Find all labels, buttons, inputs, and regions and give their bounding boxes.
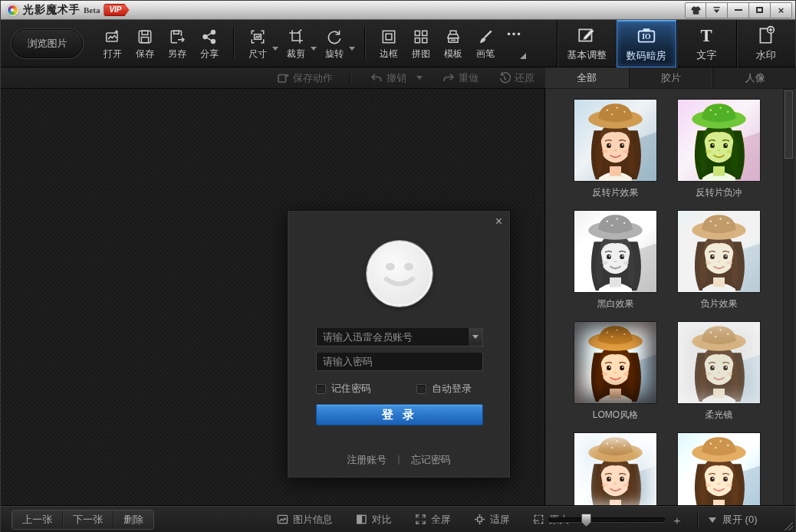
fit-screen-button[interactable]: 适屏	[474, 513, 510, 527]
toolbar-separator	[364, 28, 365, 60]
undo-button[interactable]: 撤销	[370, 71, 423, 85]
scrollbar-thumb[interactable]	[784, 90, 793, 159]
minimize-button[interactable]	[728, 2, 749, 18]
share-button[interactable]: 分享	[193, 27, 225, 61]
filter-preview-image[interactable]	[678, 211, 760, 292]
expand-button[interactable]: 展开 (0)	[709, 513, 758, 527]
crop-button[interactable]: 裁剪	[280, 27, 312, 61]
change-skin-button[interactable]	[685, 2, 706, 18]
mode-watermark[interactable]: 水印	[736, 20, 796, 67]
actions-row: 保存动作 撤销 重做 还原	[1, 67, 545, 89]
mode-text[interactable]: T 文字	[676, 20, 736, 67]
filter-thumb-negative[interactable]: 负片效果	[678, 211, 760, 310]
brush-button[interactable]: 画笔	[469, 27, 502, 61]
resize-grip-icon[interactable]	[784, 521, 793, 530]
tab-film[interactable]: 胶片	[630, 67, 714, 88]
filter-label: 反转片负冲	[678, 186, 760, 199]
filter-thumb-bw[interactable]: 黑白效果	[574, 211, 656, 310]
save-action-button[interactable]: 保存动作	[277, 71, 333, 85]
filter-label: 黑白效果	[574, 297, 656, 310]
filter-preview-image[interactable]	[574, 433, 656, 505]
zoom-slider-thumb[interactable]	[581, 514, 591, 527]
image-info-icon	[277, 514, 288, 525]
filter-preview-image[interactable]	[678, 322, 760, 403]
password-input[interactable]	[316, 352, 483, 371]
next-image-button[interactable]: 下一张	[63, 511, 113, 529]
dialog-close-button[interactable]: ×	[495, 215, 502, 228]
undo-dropdown-icon[interactable]	[416, 76, 423, 80]
toolbar-separator	[233, 28, 234, 60]
open-button[interactable]: 打开	[97, 27, 129, 61]
login-button[interactable]: 登 录	[316, 404, 483, 425]
minimize-icon	[735, 9, 742, 11]
resize-icon	[249, 28, 266, 45]
skin-menu-button[interactable]	[706, 2, 728, 18]
mode-darkroom[interactable]: IO 数码暗房	[617, 20, 677, 67]
expand-label: 展开 (0)	[722, 513, 758, 527]
svg-text:IO: IO	[642, 32, 651, 41]
close-window-button[interactable]: ×	[771, 2, 792, 18]
svg-text:T: T	[701, 26, 712, 45]
filter-preview-image[interactable]	[678, 100, 760, 181]
forgot-password-link[interactable]: 忘记密码	[411, 453, 451, 467]
account-input[interactable]	[316, 327, 483, 346]
template-button[interactable]: 模板	[437, 27, 469, 61]
undo-icon	[370, 72, 383, 84]
app-title: 光影魔术手	[23, 3, 81, 17]
filter-thumb-normal[interactable]: 反转片效果	[574, 100, 656, 199]
tab-portrait[interactable]: 人像	[713, 67, 796, 88]
image-canvas: × 记住密码 自动登录 登 录	[1, 89, 545, 505]
save-as-button[interactable]: 另存	[161, 27, 193, 61]
save-icon	[137, 28, 153, 45]
collapse-menu-icon	[712, 5, 722, 15]
image-info-button[interactable]: 图片信息	[277, 513, 333, 527]
border-button[interactable]: 边框	[373, 27, 405, 61]
resize-button[interactable]: 尺寸	[242, 27, 274, 61]
app-window: 光影魔术手 Beta VIP × 浏览图片 打开 保存	[0, 0, 796, 532]
remember-password-checkbox[interactable]: 记住密码	[316, 382, 371, 396]
maximize-button[interactable]	[749, 2, 771, 18]
zoom-slider[interactable]	[548, 517, 665, 522]
template-icon	[445, 28, 462, 45]
filter-label: 反转片效果	[574, 186, 656, 199]
fullscreen-button[interactable]: 全屏	[415, 513, 451, 527]
prev-image-button[interactable]: 上一张	[12, 511, 63, 529]
filter-preview-image[interactable]	[574, 100, 656, 181]
filter-thumb-lomo[interactable]: LOMO风格	[574, 322, 656, 422]
panel-scrollbar[interactable]	[783, 89, 794, 505]
filter-preview-image[interactable]	[678, 433, 760, 505]
filter-thumb-wvig[interactable]	[574, 433, 656, 505]
filter-thumb-bright[interactable]	[678, 433, 760, 505]
zoom-in-button[interactable]: +	[671, 514, 683, 527]
compare-button[interactable]: 对比	[356, 513, 392, 527]
filter-preview-image[interactable]	[574, 322, 656, 403]
filter-label: 负片效果	[678, 297, 760, 310]
titlebar: 光影魔术手 Beta VIP ×	[1, 1, 795, 20]
filter-thumb-cross[interactable]: 反转片负冲	[678, 100, 760, 199]
vip-badge: VIP	[104, 4, 129, 16]
tab-all[interactable]: 全部	[545, 67, 630, 88]
avatar	[367, 241, 433, 307]
mode-basic-adjust[interactable]: 基本调整	[557, 20, 617, 67]
filter-thumb-soft[interactable]: 柔光镜	[678, 322, 760, 422]
rotate-button[interactable]: 旋转	[318, 27, 350, 61]
rotate-icon	[326, 28, 343, 45]
more-tools-button[interactable]: •••	[502, 27, 528, 61]
collage-button[interactable]: 拼图	[405, 27, 437, 61]
browse-images-button[interactable]: 浏览图片	[12, 29, 83, 58]
zoom-out-button[interactable]: −	[530, 514, 542, 527]
actions-separator	[350, 72, 350, 84]
filter-preview-image[interactable]	[574, 211, 656, 292]
open-image-icon	[104, 28, 121, 45]
beta-label: Beta	[84, 5, 100, 15]
border-icon	[380, 28, 397, 45]
auto-login-checkbox[interactable]: 自动登录	[416, 382, 472, 396]
bottom-separator	[697, 511, 698, 528]
save-button[interactable]: 保存	[129, 27, 161, 61]
account-dropdown-button[interactable]	[468, 328, 482, 346]
redo-button[interactable]: 重做	[442, 71, 479, 85]
register-link[interactable]: 注册账号	[347, 453, 386, 467]
delete-image-button[interactable]: 删除	[113, 511, 153, 529]
redo-icon	[442, 72, 455, 84]
revert-button[interactable]: 还原	[498, 71, 535, 85]
